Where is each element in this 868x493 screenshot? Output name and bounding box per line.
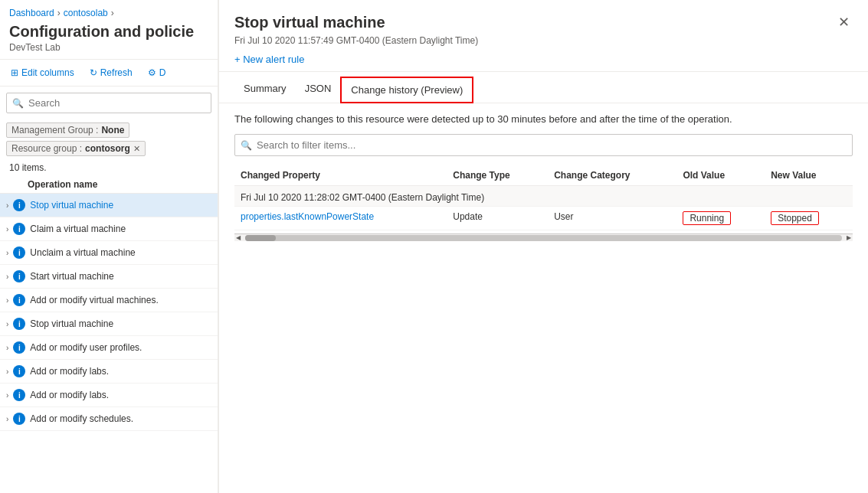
close-button[interactable]: ✕ [835, 12, 853, 32]
cell-new-value: Stopped [765, 207, 853, 230]
chevron-icon: › [6, 201, 8, 210]
info-icon: i [13, 341, 25, 354]
list-item[interactable]: › i Claim a virtual machine [0, 217, 218, 241]
changes-table: Changed Property Change Type Change Cate… [234, 165, 853, 230]
list-item[interactable]: › i Add or modify user profiles. [0, 336, 218, 360]
filter-search-input[interactable] [234, 134, 853, 156]
col-header-change-type: Change Type [447, 165, 548, 186]
scrollbar-thumb [245, 235, 276, 241]
property-link[interactable]: properties.lastKnownPowerState [241, 211, 374, 222]
table-date-row: Fri Jul 10 2020 11:28:02 GMT-0400 (Easte… [234, 186, 853, 207]
refresh-icon: ↻ [90, 67, 97, 78]
list-item[interactable]: › i Add or modify labs. [0, 360, 218, 384]
refresh-button[interactable]: ↻ Refresh [85, 64, 137, 81]
chevron-icon: › [6, 367, 8, 376]
list-item-text: Add or modify labs. [30, 390, 109, 400]
breadcrumb-contosolab[interactable]: contosolab [64, 8, 108, 18]
cell-change-type: Update [447, 207, 548, 230]
info-icon: i [13, 389, 25, 401]
col-header-old-value: Old Value [676, 165, 765, 186]
remove-filter-button[interactable]: ✕ [133, 144, 140, 154]
list-item-text: Add or modify virtual machines. [30, 295, 158, 305]
new-value-badge: Stopped [771, 211, 819, 225]
table-date-cell: Fri Jul 10 2020 11:28:02 GMT-0400 (Easte… [234, 186, 853, 207]
info-icon: i [13, 318, 25, 330]
list-item[interactable]: › i Add or modify labs. [0, 384, 218, 407]
new-alert-rule-button[interactable]: + New alert rule [234, 54, 304, 65]
toolbar: ⊞ Edit columns ↻ Refresh ⚙ D [0, 59, 218, 87]
list-item[interactable]: › i Add or modify schedules. [0, 407, 218, 431]
col-header-new-value: New Value [765, 165, 853, 186]
list-item[interactable]: › i Unclaim a virtual machine [0, 241, 218, 265]
page-title: Configuration and policie [0, 21, 218, 42]
table-header-row: Changed Property Change Type Change Cate… [234, 165, 853, 186]
info-icon: i [13, 223, 25, 235]
list-item[interactable]: › i Start virtual machine [0, 265, 218, 289]
detail-title-text: Stop virtual machine [234, 14, 385, 31]
breadcrumb-sep-2: › [111, 8, 114, 18]
diagnostics-button[interactable]: ⚙ D [143, 64, 171, 81]
info-icon: i [13, 246, 25, 259]
chevron-icon: › [6, 273, 8, 281]
search-input[interactable] [6, 93, 211, 113]
info-icon: i [13, 413, 25, 425]
chevron-icon: › [6, 249, 8, 257]
chevron-icon: › [6, 225, 8, 233]
col-header-property: Changed Property [234, 165, 447, 186]
list-item-text: Start virtual machine [30, 271, 113, 282]
filter-search-icon: 🔍 [241, 140, 252, 151]
chevron-icon: › [6, 415, 8, 423]
cell-old-value: Running [676, 207, 765, 230]
list-item[interactable]: › i Stop virtual machine [0, 312, 218, 336]
detail-title-row: Stop virtual machine ✕ [234, 12, 853, 32]
tab-json[interactable]: JSON [296, 77, 341, 103]
detail-pane: Stop virtual machine ✕ Fri Jul 10 2020 1… [218, 0, 868, 493]
tab-summary[interactable]: Summary [234, 77, 296, 103]
grid-icon: ⊞ [11, 67, 18, 78]
chevron-icon: › [6, 344, 8, 352]
list-item[interactable]: › i Stop virtual machine [0, 194, 218, 217]
chevron-icon: › [6, 391, 8, 400]
info-icon: i [13, 294, 25, 306]
col-header-change-category: Change Category [548, 165, 676, 186]
page-subtitle: DevTest Lab [0, 42, 218, 59]
filter-tags: Management Group : None Resource group :… [0, 119, 218, 159]
info-icon: i [13, 270, 25, 282]
list-item-text: Claim a virtual machine [30, 224, 126, 234]
detail-tabs: Summary JSON Change history (Preview) [219, 77, 868, 103]
search-icon: 🔍 [12, 98, 24, 109]
filter-search-wrap: 🔍 [234, 134, 853, 156]
column-header: Operation name [0, 176, 218, 194]
scroll-left-button[interactable]: ◀ [234, 234, 242, 241]
edit-columns-button[interactable]: ⊞ Edit columns [6, 64, 79, 81]
breadcrumb-dashboard[interactable]: Dashboard [9, 8, 54, 18]
filter-tag-management-group: Management Group : None [6, 122, 129, 138]
scrollbar-track [245, 235, 842, 241]
scroll-right-button[interactable]: ▶ [845, 234, 853, 241]
cell-change-category: User [548, 207, 676, 230]
detail-header: Stop virtual machine ✕ Fri Jul 10 2020 1… [219, 0, 868, 72]
list-item-text: Stop virtual machine [30, 200, 113, 211]
search-box: 🔍 [6, 93, 211, 113]
tab-change-history[interactable]: Change history (Preview) [340, 77, 473, 103]
info-icon: i [13, 199, 25, 211]
old-value-badge: Running [683, 211, 731, 225]
list-item-text: Add or modify schedules. [30, 413, 133, 424]
breadcrumb: Dashboard › contosolab › [0, 0, 218, 21]
item-count: 10 items. [0, 159, 218, 176]
horizontal-scrollbar[interactable]: ◀ ▶ [234, 233, 853, 241]
detail-body: The following changes to this resource w… [219, 103, 868, 493]
table-row: properties.lastKnownPowerState Update Us… [234, 207, 853, 230]
filter-tag-resource-group: Resource group : contosorg ✕ [6, 141, 146, 156]
list-item-text: Add or modify user profiles. [30, 342, 142, 353]
breadcrumb-sep-1: › [57, 8, 61, 18]
left-panel: Dashboard › contosolab › Configuration a… [0, 0, 218, 493]
list-item[interactable]: › i Add or modify virtual machines. [0, 289, 218, 312]
list-items: › i Stop virtual machine › i Claim a vir… [0, 194, 218, 493]
gear-icon: ⚙ [148, 67, 156, 78]
cell-property: properties.lastKnownPowerState [234, 207, 447, 230]
info-text: The following changes to this resource w… [234, 113, 853, 126]
list-item-text: Stop virtual machine [30, 318, 113, 329]
list-item-text: Unclaim a virtual machine [30, 247, 135, 258]
chevron-icon: › [6, 296, 8, 305]
